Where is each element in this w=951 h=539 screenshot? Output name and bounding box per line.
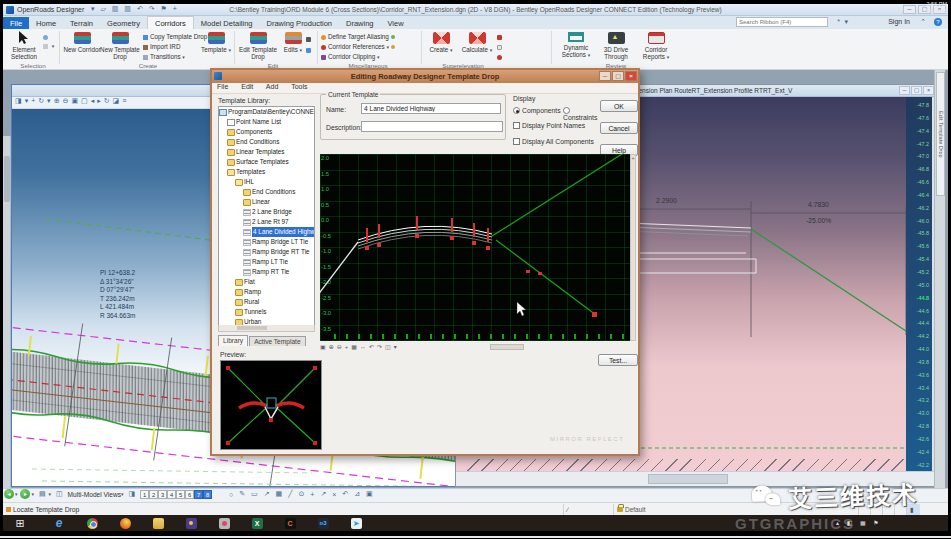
components-radio[interactable]: Components (513, 107, 561, 114)
drawing-tool-icon[interactable]: ▣ (366, 490, 373, 498)
tree-item[interactable]: 4 Lane Divided Highway (219, 227, 314, 237)
ribbon-tab[interactable]: Corridors (147, 16, 194, 29)
view-toggle[interactable]: 5 (176, 490, 185, 499)
corridor-reports-button[interactable]: Corridor Reports ▾ (637, 31, 675, 64)
tree-item[interactable]: Ramp RT Tie (219, 267, 314, 277)
radio-icon[interactable] (563, 107, 570, 114)
search-input[interactable] (739, 18, 825, 26)
c-taskbar-icon[interactable]: C (277, 516, 303, 530)
template-drop-dialog[interactable]: Editing Roadway Designer Template Drop ─… (210, 68, 640, 456)
calculate-superelevation-button[interactable]: Calculate ▾ (459, 31, 495, 64)
canvas-tool-icon[interactable]: ↷ (377, 343, 382, 350)
canvas-tool-icon[interactable]: ⊖ (337, 343, 342, 350)
dialog-maximize-icon[interactable]: ▢ (612, 71, 624, 81)
checkbox-icon[interactable] (513, 138, 520, 145)
new-corridor-button[interactable]: New Corridor (63, 31, 101, 64)
tree-item[interactable]: Ramp LT Tie (219, 257, 314, 267)
menu-add[interactable]: Add (266, 83, 278, 90)
tree-item[interactable]: Linear (219, 197, 314, 207)
minimize-ribbon-icon[interactable]: ⌃ (920, 18, 926, 26)
forward-button[interactable]: ▸ (20, 489, 30, 499)
display-point-names-checkbox[interactable]: Display Point Names (513, 122, 585, 129)
canvas-vscrollbar[interactable]: + (630, 154, 636, 341)
dialog-title-bar[interactable]: Editing Roadway Designer Template Drop ─… (212, 70, 638, 83)
tree-item[interactable]: Flat (219, 277, 314, 287)
excel-taskbar-icon[interactable]: X (244, 516, 270, 530)
drawing-tool-icon[interactable]: ▦ (276, 490, 283, 498)
view-tool-icon[interactable]: ⊖ (63, 97, 69, 105)
sign-in-link[interactable]: Sign In (888, 18, 910, 25)
snap-cell[interactable]: ∕ (563, 504, 579, 515)
ie-taskbar-icon[interactable]: e (46, 516, 72, 530)
define-target-aliasing-button[interactable]: Define Target Aliasing (321, 32, 397, 42)
view-group-dropdown[interactable]: Multi-Model Views (68, 491, 121, 498)
tree-item[interactable]: Linear Templates (219, 147, 314, 157)
corridor-references-button[interactable]: Corridor References ▾ (321, 42, 397, 52)
folder-taskbar-icon[interactable] (145, 516, 171, 530)
view-tool-icon[interactable]: ◪ (113, 97, 120, 105)
canvas-tool-icon[interactable]: ▾ (394, 343, 397, 350)
view-toggle[interactable]: 2 (149, 490, 158, 499)
template-name-field[interactable] (361, 103, 501, 114)
copy-template-drop-button[interactable]: Copy Template Drop (143, 32, 207, 42)
library-tab[interactable]: Library (218, 335, 248, 346)
tree-item[interactable]: End Conditions (219, 137, 314, 147)
superelevation-extra-tools[interactable] (497, 32, 504, 62)
ribbon-search[interactable] (736, 17, 828, 27)
template-button[interactable]: Template ▾ (199, 31, 233, 64)
tree-item[interactable]: Ramp (219, 287, 314, 297)
menu-file[interactable]: File (217, 83, 228, 90)
cancel-button[interactable]: Cancel (600, 122, 638, 134)
start-taskbar-icon[interactable]: ⊞ (7, 516, 33, 530)
tree-item[interactable]: End Conditions (219, 187, 314, 197)
view-tool-icon[interactable]: ▣ (71, 97, 78, 105)
template-library-tree[interactable]: ProgramData\Bentley\CONNECT Edi Point Na… (218, 106, 315, 332)
view-tool-icon[interactable]: ◂ (91, 97, 95, 105)
canvas-tool-icon[interactable]: ▦ (351, 343, 357, 350)
tree-item[interactable]: Templates (219, 167, 314, 177)
tree-item[interactable]: Ramp Bridge RT Tie (219, 247, 314, 257)
view-tool-icon[interactable]: + (31, 97, 35, 104)
edit-extra-tools[interactable] (306, 33, 313, 55)
element-selection-button[interactable]: Element Selection (5, 31, 43, 64)
checkbox-icon[interactable] (513, 122, 520, 129)
pin-taskbar-icon[interactable] (211, 516, 237, 530)
view-tool-icon[interactable]: ⊕ (54, 97, 60, 105)
view-close-icon[interactable]: × (923, 86, 934, 95)
corridor-clipping-button[interactable]: Corridor Clipping ▾ (321, 52, 380, 62)
star-icon[interactable]: * (837, 18, 840, 25)
o3-taskbar-icon[interactable]: o3 (310, 516, 336, 530)
view-toggle[interactable]: 1 (140, 490, 149, 499)
model-icon[interactable]: ◫ (56, 490, 63, 498)
tree-item[interactable]: Ramp Bridge LT Tie (219, 237, 314, 247)
connect-taskbar-icon[interactable] (178, 516, 204, 530)
template-description-field[interactable] (361, 121, 503, 132)
drawing-tool-icon[interactable]: ↗ (320, 490, 326, 498)
tree-item[interactable]: IHL (219, 177, 314, 187)
tree-item[interactable]: Point Name List (219, 117, 314, 127)
test-button[interactable]: Test... (598, 354, 638, 366)
import-ird-button[interactable]: Import IRD (143, 42, 180, 52)
drawing-tool-icon[interactable]: ○ (229, 491, 233, 498)
drawing-tool-icon[interactable]: ↗ (264, 490, 270, 498)
selection-options[interactable]: ▾ (43, 32, 54, 51)
view-tool-icon[interactable]: ◨ (15, 97, 22, 105)
canvas-hscroll-thumb[interactable] (490, 344, 524, 350)
drawing-tool-icon[interactable]: ↶ (342, 490, 348, 498)
canvas-tool-icon[interactable]: ↶ (369, 343, 374, 350)
caret-down-icon[interactable]: ▾ (15, 491, 18, 497)
dock-tab[interactable]: Edit Template Drop (936, 72, 945, 196)
minimize-button[interactable]: ─ (903, 5, 916, 14)
tree-item[interactable]: Rural (219, 297, 314, 307)
view-tool-icon[interactable]: ≡ (122, 97, 126, 104)
view-minimize-icon[interactable]: ─ (899, 86, 910, 95)
back-button[interactable]: ◂ (4, 489, 14, 499)
view-toggle[interactable]: 3 (158, 490, 167, 499)
canvas-tool-icon[interactable]: ↔ (360, 344, 366, 350)
drawing-tool-icon[interactable]: ⊿ (354, 490, 360, 498)
tree-hscrollbar[interactable] (218, 325, 315, 332)
edit-template-drop-button[interactable]: Edit Template Drop (237, 31, 279, 64)
caret-down-icon[interactable]: ▾ (31, 491, 34, 497)
view-tool-icon[interactable]: ▾ (47, 97, 51, 105)
menu-edit[interactable]: Edit (241, 83, 253, 90)
